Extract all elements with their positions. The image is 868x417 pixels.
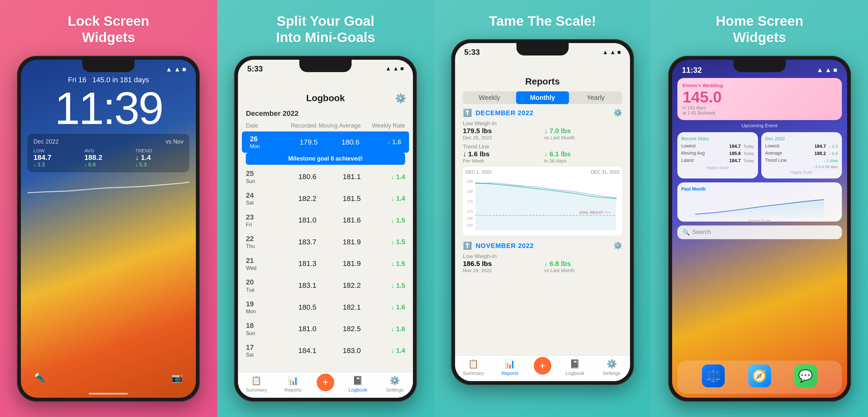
lock-trend-change: ↓ 5.3 bbox=[135, 162, 183, 168]
phone-3-screen: 5:33 ▲ ▲ ■ Reports Weekly Monthly Yearly bbox=[455, 43, 630, 381]
row-moving-avg: 181.5 bbox=[316, 194, 361, 203]
lock-stats-period: Dec 2022 bbox=[33, 138, 58, 145]
row-recorded: 182.2 bbox=[272, 194, 316, 203]
search-widget[interactable]: 🔍 Search bbox=[677, 225, 842, 239]
svg-text:165: 165 bbox=[467, 217, 473, 221]
stat-dec-lowest: Lowest 184.7 ↓ 3.3 bbox=[765, 143, 838, 149]
dec-settings-icon[interactable]: ⚙️ bbox=[613, 109, 622, 117]
tab-reports[interactable]: 📊 Reports bbox=[280, 376, 306, 392]
stats-widgets-row: Recent Stats Lowest 184.7 Today Moving A… bbox=[677, 132, 842, 179]
dock-safari-icon[interactable]: 🧭 bbox=[748, 364, 771, 387]
happy-scale-label-3: Happy Scale bbox=[681, 219, 838, 223]
dec-low-change-stat: ↓ 7.0 lbs vs Last Month bbox=[544, 120, 622, 140]
row-rate: ↓ 1.4 bbox=[361, 173, 405, 181]
col-recorded: Recorded bbox=[272, 122, 316, 129]
col-date: Date bbox=[246, 122, 272, 129]
lock-camera-icon[interactable]: 📷 bbox=[172, 372, 183, 383]
lock-stat-trend: TREND ↓ 1.4 ↓ 5.3 bbox=[135, 148, 183, 168]
row-rate: ↓ 1.5 bbox=[361, 238, 405, 246]
dec-section-header: ⬆️ DECEMBER 2022 ⚙️ bbox=[463, 109, 622, 117]
tab-reports-label: Reports bbox=[284, 387, 302, 392]
segment-yearly[interactable]: Yearly bbox=[569, 91, 622, 104]
panel-4-title: Home ScreenWidgets bbox=[716, 13, 803, 46]
nov-share-icon[interactable]: ⬆️ bbox=[463, 242, 472, 250]
logbook-nav-title: Logbook bbox=[306, 93, 345, 103]
reports-screen: 5:33 ▲ ▲ ■ Reports Weekly Monthly Yearly bbox=[455, 43, 630, 381]
lock-screen: ▲ ▲ ■ Fri 16 145.0 in 181 days 11:39 Dec… bbox=[21, 60, 196, 398]
row-moving-avg: 182.1 bbox=[316, 303, 361, 312]
phone-2-notch bbox=[299, 60, 351, 72]
tab-bar-3: 📋 Summary 📊 Reports + 📓 Logbook ⚙️ Se bbox=[455, 355, 630, 381]
past-month-label: Past Month bbox=[681, 186, 838, 192]
share-icon[interactable]: ⬆️ bbox=[463, 109, 472, 117]
row-rate: ↓ 1.4 bbox=[361, 195, 405, 202]
lock-flashlight-icon[interactable]: 🔦 bbox=[34, 372, 45, 383]
phone-1-notch bbox=[82, 60, 134, 72]
row-date: 24Sat bbox=[246, 191, 272, 206]
panel-3-title: Tame The Scale! bbox=[489, 13, 596, 29]
tab-settings-3[interactable]: ⚙️ Settings bbox=[599, 359, 625, 376]
lock-chart-container bbox=[21, 175, 196, 369]
lock-clock: 11:39 bbox=[27, 86, 189, 131]
row-recorded: 181.3 bbox=[272, 259, 316, 268]
phone-3-frame: 5:33 ▲ ▲ ■ Reports Weekly Monthly Yearly bbox=[451, 39, 634, 385]
dock-scale-app-icon[interactable]: ⚖️ bbox=[702, 364, 725, 387]
recent-stats-title: Recent Stats bbox=[681, 136, 754, 141]
phone-2-frame: 5:33 ▲ ▲ ■ Logbook ⚙️ December 2022 Date… bbox=[234, 56, 417, 402]
dec-low-label: Low Weigh-In bbox=[463, 120, 541, 127]
settings-gear-icon[interactable]: ⚙️ bbox=[395, 93, 406, 104]
dec-low-change: ↓ 7.0 lbs bbox=[544, 127, 622, 135]
nov-low-stat: Low Weigh-In 186.5 lbs Nov 29, 2022 bbox=[463, 253, 541, 273]
tab-settings-label: Settings bbox=[386, 387, 403, 392]
segment-weekly[interactable]: Weekly bbox=[463, 91, 516, 104]
nov-section-header: ⬆️ NOVEMBER 2022 ⚙️ bbox=[463, 242, 622, 250]
dec-stats-widget: Dec 2022 Lowest 184.7 ↓ 3.3 Average bbox=[761, 132, 842, 179]
table-row: 26Mon 179.5 180.6 ↓ 1.6 bbox=[242, 131, 409, 153]
segment-monthly[interactable]: Monthly bbox=[516, 91, 569, 104]
wedding-big-value: 145.0 bbox=[683, 89, 837, 105]
add-entry-button[interactable]: + bbox=[317, 374, 334, 391]
table-row: 22Thu 183.7 181.9 ↓ 1.5 bbox=[238, 231, 413, 253]
phone-4-frame: 11:32 ▲ ▲ ■ Emma's Wedding 145.0 in 181 … bbox=[668, 56, 851, 402]
dec-low-value: 179.5 lbs bbox=[463, 127, 541, 135]
dec-trend-change-label: in 26 days bbox=[544, 158, 622, 163]
dec-stats-grid: Low Weigh-In 179.5 lbs Dec 26, 2022 ↓ 7.… bbox=[463, 120, 622, 163]
tab-logbook-label: Logbook bbox=[349, 387, 368, 392]
dec-chart-svg: 185 180 175 170 165 160 GOAL WEIGHT —— bbox=[465, 176, 620, 231]
tab-summary[interactable]: 📋 Summary bbox=[243, 376, 269, 392]
row-moving-avg: 182.2 bbox=[316, 281, 361, 290]
tab-logbook[interactable]: 📓 Logbook bbox=[345, 376, 371, 392]
row-moving-avg: 181.9 bbox=[316, 238, 361, 246]
tab-reports-3[interactable]: 📊 Reports bbox=[497, 359, 523, 376]
happy-scale-label-1: Happy Scale bbox=[681, 165, 754, 170]
nov-settings-icon[interactable]: ⚙️ bbox=[613, 242, 622, 250]
chart-date-to: DEC 31, 2022 bbox=[591, 169, 620, 174]
panel-home-widgets: Home ScreenWidgets 11:32 ▲ ▲ ■ Emma's We… bbox=[651, 0, 868, 417]
logbook-month-header: December 2022 bbox=[238, 107, 413, 120]
logbook-table-header: Date Recorded Moving Average Weekly Rate bbox=[238, 120, 413, 131]
stat-dec-avg: Average 188.2 ↓ 6.6 bbox=[765, 151, 838, 156]
nov-change-stat: ↓ 6.8 lbs vs Last Month bbox=[544, 253, 622, 273]
tab-settings[interactable]: ⚙️ Settings bbox=[382, 376, 408, 392]
panel-1-title: Lock ScreenWidgets bbox=[68, 13, 149, 46]
svg-text:175: 175 bbox=[467, 200, 473, 203]
row-moving-avg: 181.1 bbox=[316, 172, 361, 181]
tab-logbook-3[interactable]: 📓 Logbook bbox=[562, 359, 588, 376]
stat-dec-trend: Trend Line ↓ 1.4/wk bbox=[765, 158, 838, 163]
col-moving-avg: Moving Average bbox=[316, 122, 361, 129]
tab-summary-3[interactable]: 📋 Summary bbox=[460, 359, 486, 376]
row-date: 25Sun bbox=[246, 169, 272, 184]
settings-icon-3: ⚙️ bbox=[607, 359, 617, 369]
add-entry-button-3[interactable]: + bbox=[534, 357, 551, 375]
home-time: 11:32 bbox=[682, 66, 702, 75]
lock-avg-change: ↓ 6.6 bbox=[84, 162, 132, 168]
table-row: 18Sun 181.0 182.5 ↓ 1.6 bbox=[238, 318, 413, 340]
nov-change-label: vs Last Month bbox=[544, 267, 622, 273]
messages-icon: 💬 bbox=[798, 369, 813, 383]
dock-messages-icon[interactable]: 💬 bbox=[794, 364, 817, 387]
logbook-nav-bar: Logbook ⚙️ bbox=[238, 73, 413, 107]
chart-date-from: DEC 1, 2022 bbox=[465, 169, 492, 174]
nov-low-date: Nov 29, 2022 bbox=[463, 267, 541, 273]
dec-low-date: Dec 26, 2022 bbox=[463, 135, 541, 140]
home-dock: ⚖️ 🧭 💬 bbox=[677, 360, 842, 394]
